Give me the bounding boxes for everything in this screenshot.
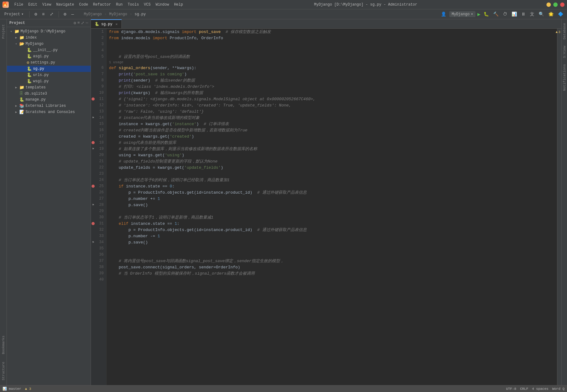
code-line-28[interactable]: p.save()	[106, 202, 557, 208]
sidebar-settings-icon[interactable]: ⚙	[74, 21, 76, 26]
plugin-icon[interactable]: 🔷	[557, 11, 565, 17]
code-line-6[interactable]: def signal_orders(sender, **kwargs):	[106, 65, 557, 71]
theme-icon[interactable]: 🌟	[547, 11, 555, 17]
gear-icon[interactable]: ⚙	[63, 11, 68, 17]
structure-strip-label[interactable]: Structure	[1, 359, 6, 383]
debug-button[interactable]: 🐛	[482, 11, 490, 17]
code-line-13[interactable]: # 'raw': False, 'using': 'default'}	[106, 108, 557, 115]
warning-indicator[interactable]: ▲ 3 ⌃	[555, 29, 561, 35]
tree-wsgi[interactable]: 🐍 wsgi.py	[7, 78, 91, 84]
code-line-9[interactable]: # 打印: <class 'index.models.OrderInfo'>	[106, 83, 557, 90]
tab-sg[interactable]: 🐍 sg.py ✕	[91, 19, 122, 28]
breadcrumb-3[interactable]: sg.py	[135, 12, 146, 17]
tree-root[interactable]: ▾ 📁 MyDjango D:\MyDjango	[7, 28, 91, 35]
collapse-icon[interactable]: —	[70, 11, 75, 17]
code-line-14[interactable]: # instance代表当前修改或新增的模型对象	[106, 115, 557, 121]
menu-run[interactable]: Run	[114, 2, 125, 7]
code-line-4[interactable]	[106, 47, 557, 54]
menu-view[interactable]: View	[40, 2, 53, 7]
sidebar-expand-icon[interactable]: ⤢	[81, 21, 84, 26]
tree-settings[interactable]: ⚙ settings.py	[7, 59, 91, 66]
tree-manage[interactable]: 🐍 manage.py	[7, 97, 91, 103]
menu-navigate[interactable]: Navigate	[54, 2, 76, 7]
bookmarks-strip-label[interactable]: Bookmarks	[1, 333, 6, 357]
settings-icon[interactable]: ⚙	[33, 11, 38, 17]
code-line-24[interactable]: # 当订单状态等于0的时候，说明订单已经取消，商品数量加1	[106, 177, 557, 183]
code-line-7[interactable]: print('post_save is coming')	[106, 71, 557, 77]
code-line-38[interactable]: post_save.connect(signal_orders, sender=…	[106, 264, 557, 270]
menu-tools[interactable]: Tools	[126, 2, 141, 7]
status-encoding[interactable]: UTF-8	[506, 387, 516, 391]
code-line-22[interactable]: update_fields = kwargs.get('update_field…	[106, 164, 557, 171]
user-icon[interactable]: 👤	[440, 11, 447, 17]
breadcrumb-2[interactable]: MyDjango	[109, 12, 127, 17]
code-line-2[interactable]: from index.models import ProductInfo, Or…	[106, 35, 557, 41]
code-line-8[interactable]: print(sender) # 输出sender的数据	[106, 77, 557, 83]
code-line-23[interactable]	[106, 171, 557, 177]
breadcrumb-1[interactable]: MyDjango	[84, 12, 102, 17]
code-line-26[interactable]: p = ProductInfo.objects.get(id=instance.…	[106, 189, 557, 196]
tree-templates[interactable]: ▶ 📁 templates	[7, 84, 91, 91]
code-line-10[interactable]: print(kwargs) # 输出kwargs的所有数据	[106, 90, 557, 96]
run-button[interactable]: ▶	[477, 11, 480, 17]
code-line-27[interactable]: p.number += 1	[106, 196, 557, 202]
maximize-button[interactable]: □	[553, 2, 558, 7]
sort-icon[interactable]: ≡	[41, 11, 46, 17]
search-icon[interactable]: 🔍	[537, 11, 545, 17]
project-strip-label[interactable]: Project	[1, 22, 6, 41]
status-warnings[interactable]: ▲ 3	[25, 387, 31, 391]
tree-urls[interactable]: 🐍 urls.py	[7, 72, 91, 78]
run-configuration[interactable]: MyDjango ▾	[449, 11, 476, 17]
tree-sg[interactable]: 🐍 sg.py	[7, 66, 91, 72]
code-line-1[interactable]: from django.db.models.signals import pos…	[106, 29, 557, 35]
close-button[interactable]: ✕	[560, 2, 565, 7]
panel-notifications[interactable]: Notifications	[562, 62, 567, 93]
code-line-31[interactable]: elif instance.state == 1:	[106, 220, 557, 227]
menu-file[interactable]: File	[12, 2, 25, 7]
code-line-34[interactable]: p.save()	[106, 239, 557, 245]
code-line-18[interactable]: # using代表当前使用的数据库	[106, 139, 557, 146]
code-content[interactable]: from django.db.models.signals import pos…	[106, 29, 557, 385]
code-line-3[interactable]	[106, 41, 557, 47]
tree-index[interactable]: ▶ 📁 index	[7, 35, 91, 41]
panel-sview[interactable]: S:View	[562, 43, 567, 61]
status-word-wrap[interactable]: Word Q	[552, 387, 565, 391]
code-line-12[interactable]: # 'instance': <OrderInfo: kid>, 'created…	[106, 102, 557, 108]
code-line-39[interactable]: # 当 OrderInfo 模型的实例被保存时，signal_orders函数才…	[106, 270, 557, 276]
expand-icon[interactable]: ⤢	[49, 11, 55, 17]
project-button[interactable]: Project ▾	[2, 11, 26, 17]
tree-mydjango-folder[interactable]: ▾ 📂 MyDjango	[7, 41, 91, 47]
code-line-30[interactable]: # 当订单状态等于1，说明订单是新增，商品数量减1	[106, 214, 557, 220]
code-line-29[interactable]	[106, 208, 557, 214]
code-line-32[interactable]: p = ProductInfo.objects.get(id=instance.…	[106, 227, 557, 233]
build-icon[interactable]: 🔨	[492, 11, 500, 17]
code-line-20[interactable]: using = kwargs.get('using')	[106, 152, 557, 158]
status-line-sep[interactable]: CRLF	[520, 387, 528, 391]
code-line-15[interactable]: instance = kwargs.get('instance') # 订单详情…	[106, 121, 557, 127]
sidebar-sort-icon[interactable]: ≡	[77, 21, 80, 26]
code-line-16[interactable]: # created判断当前操作是否在模型中新增数据，若新增数据则为True	[106, 127, 557, 133]
code-line-33[interactable]: p.number -= 1	[106, 233, 557, 239]
status-indent[interactable]: 4 spaces	[532, 387, 549, 391]
tree-init[interactable]: 🐍 __init__.py	[7, 47, 91, 53]
translate-icon[interactable]: 文	[529, 11, 536, 18]
code-line-37[interactable]: # 将内置信号post_save与回调函数signal_post_save绑定，…	[106, 258, 557, 264]
menu-refactor[interactable]: Refactor	[91, 2, 113, 7]
menu-window[interactable]: Window	[154, 2, 171, 7]
sidebar-collapse-icon[interactable]: —	[86, 21, 88, 26]
menu-edit[interactable]: Edit	[26, 2, 39, 7]
tree-asgi[interactable]: 🐍 asgi.py	[7, 53, 91, 59]
code-line-35[interactable]	[106, 245, 557, 252]
profile-icon[interactable]: ⏱	[502, 11, 508, 17]
tree-scratches[interactable]: ▶ 📝 Scratches and Consoles	[7, 109, 91, 115]
status-branch[interactable]: 📊 master	[2, 387, 21, 391]
minimize-button[interactable]: —	[546, 2, 551, 7]
code-line-11[interactable]: # {'signal': <django.db.models.signals.M…	[106, 96, 557, 102]
menu-vcs[interactable]: VCS	[142, 2, 153, 7]
pause-icon[interactable]: ⏸	[520, 11, 527, 17]
tab-close-sg[interactable]: ✕	[116, 22, 118, 26]
code-line-25[interactable]: if instance.state == 0:	[106, 183, 557, 189]
code-line-17[interactable]: created = kwargs.get('created')	[106, 133, 557, 139]
code-line-36[interactable]	[106, 252, 557, 258]
code-line-21[interactable]: # update_fields控制需要更新的字段，默认为None	[106, 158, 557, 164]
